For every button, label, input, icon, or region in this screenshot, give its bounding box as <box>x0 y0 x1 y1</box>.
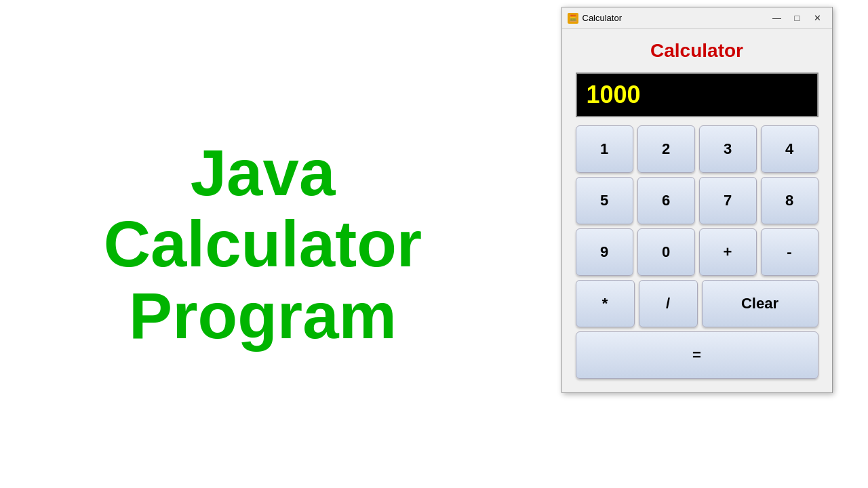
button-7[interactable]: 7 <box>699 177 757 224</box>
calculator-window: 🧮 Calculator — □ ✕ Calculator 1000 1 2 <box>561 7 833 393</box>
title-line1: Java <box>191 136 336 209</box>
display-value: 1000 <box>587 81 641 109</box>
button-grid: 1 2 3 4 5 6 7 8 9 0 + - <box>576 125 818 379</box>
calculator-display: 1000 <box>576 73 818 117</box>
button-minus[interactable]: - <box>761 228 818 276</box>
button-multiply[interactable]: * <box>576 280 635 327</box>
title-line2: Calculator <box>104 207 422 280</box>
button-6[interactable]: 6 <box>637 177 695 224</box>
title-line3: Program <box>129 279 397 352</box>
right-panel: 🧮 Calculator — □ ✕ Calculator 1000 1 2 <box>526 0 868 488</box>
button-plus[interactable]: + <box>699 228 757 276</box>
java-calculator-title: Java Calculator Program <box>104 137 422 352</box>
button-3[interactable]: 3 <box>699 125 757 173</box>
button-row-1: 1 2 3 4 <box>576 125 818 173</box>
left-panel: Java Calculator Program <box>0 0 526 488</box>
button-divide[interactable]: / <box>639 280 698 327</box>
button-0[interactable]: 0 <box>637 228 695 276</box>
button-1[interactable]: 1 <box>576 125 633 173</box>
minimize-button[interactable]: — <box>768 12 786 25</box>
button-row-5: = <box>576 331 818 379</box>
calculator-body: Calculator 1000 1 2 3 4 5 6 7 <box>562 29 832 392</box>
app-icon: 🧮 <box>568 13 578 24</box>
button-4[interactable]: 4 <box>761 125 818 173</box>
clear-button[interactable]: Clear <box>702 280 818 327</box>
window-title: Calculator <box>583 13 768 23</box>
button-row-2: 5 6 7 8 <box>576 177 818 224</box>
title-bar: 🧮 Calculator — □ ✕ <box>562 7 832 29</box>
close-button[interactable]: ✕ <box>809 12 827 25</box>
maximize-button[interactable]: □ <box>789 12 806 25</box>
button-row-4: * / Clear <box>576 280 818 327</box>
button-row-3: 9 0 + - <box>576 228 818 276</box>
window-controls: — □ ✕ <box>768 12 827 25</box>
calculator-heading: Calculator <box>576 40 818 62</box>
button-9[interactable]: 9 <box>576 228 633 276</box>
button-8[interactable]: 8 <box>761 177 818 224</box>
button-5[interactable]: 5 <box>576 177 633 224</box>
button-2[interactable]: 2 <box>637 125 695 173</box>
equals-button[interactable]: = <box>576 331 818 379</box>
